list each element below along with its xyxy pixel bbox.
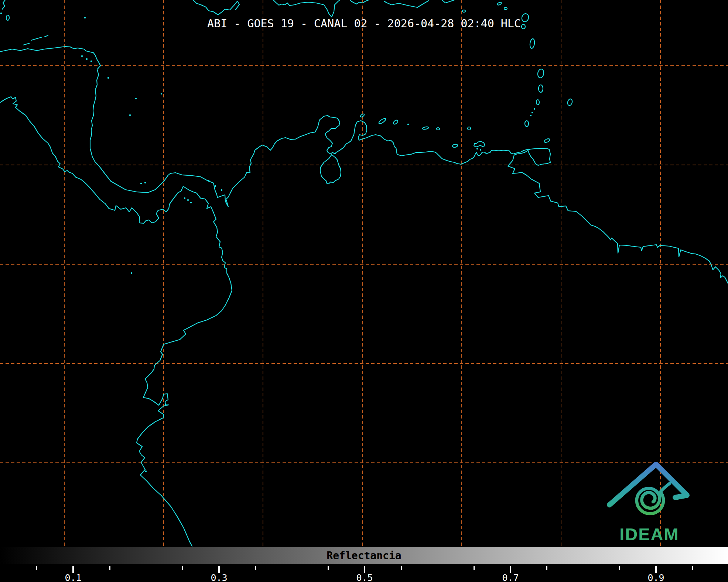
islet-dot	[187, 199, 189, 201]
island-outline	[360, 113, 365, 118]
ideam-logo-mountain-icon	[609, 464, 687, 505]
island-outline	[378, 117, 387, 124]
ideam-logo-text: IDEAM	[619, 524, 679, 544]
island-outline	[525, 121, 529, 127]
islet-dot	[221, 189, 222, 191]
islet-dot	[107, 77, 109, 79]
colorbar-tick-label: 0.9	[647, 572, 664, 582]
ideam-logo-hurricane-spiral-icon	[637, 483, 670, 514]
islet-dot	[144, 182, 146, 183]
island-outline	[468, 127, 471, 130]
coastline-layer	[0, 0, 728, 546]
colorbar-minor-tick	[328, 566, 329, 570]
islet-dot	[161, 93, 162, 94]
graticule-layer	[0, 0, 728, 547]
colorbar-minor-tick	[474, 566, 475, 570]
islet-dot	[208, 180, 209, 182]
coastline-jamaica-south-coast	[193, 0, 239, 15]
colorbar-tick-label: 0.7	[502, 572, 519, 582]
coastline-lake-maracaibo	[320, 155, 341, 184]
island-outline	[544, 138, 550, 143]
islet-dot	[476, 148, 478, 149]
islet-dot	[184, 197, 185, 199]
island-outline	[423, 127, 429, 130]
map-canvas: IDEAM	[0, 0, 728, 547]
coastline-top-edge-fragment	[442, 0, 454, 3]
ideam-logo: IDEAM	[609, 464, 687, 544]
islet-dot	[86, 58, 88, 60]
islet-dot	[407, 124, 409, 125]
islet-dot	[215, 185, 216, 187]
satellite-map-svg: IDEAM	[0, 0, 728, 547]
island-outline	[393, 119, 399, 125]
coastline-puerto-rico-south-fragment	[384, 1, 428, 7]
islet-dot	[145, 471, 147, 472]
islet-dot	[532, 112, 533, 113]
colorbar-minor-tick	[109, 566, 110, 570]
island-outline	[539, 85, 543, 92]
colorbar-label: Reflectancia	[0, 550, 728, 562]
islet-dot	[81, 55, 83, 57]
islet-dot	[530, 115, 532, 116]
colorbar-tick-label: 0.3	[211, 572, 227, 582]
island-outline	[497, 2, 502, 6]
island-outline	[437, 128, 440, 130]
island-outline	[529, 38, 535, 48]
coastline-isla-margarita	[474, 141, 485, 147]
island-outline	[462, 10, 465, 12]
island-outline	[537, 69, 544, 78]
island-outline	[536, 100, 539, 105]
islet-dot	[90, 61, 92, 62]
colorbar-minor-tick	[692, 566, 693, 570]
image-title: ABI - GOES 19 - CANAL 02 - 2026-04-28 02…	[0, 17, 728, 30]
islet-dot	[135, 98, 137, 99]
island-outline	[452, 144, 458, 148]
colorbar-minor-tick	[36, 566, 37, 570]
colorbar-minor-tick	[182, 566, 183, 570]
coastline-trinidad	[528, 148, 550, 165]
coastline-pacific-coast-fonseca-to-ecuador	[0, 97, 232, 546]
colorbar-minor-tick	[619, 566, 620, 570]
island-outline	[504, 7, 507, 10]
islet-dot	[534, 108, 535, 110]
coastline-caribbean-mainland-honduras-to-guyana	[0, 47, 728, 283]
colorbar-tick-label: 0.5	[356, 572, 373, 582]
coastline-hispaniola-east-fragment	[350, 0, 369, 4]
islet-dot	[0, 13, 2, 14]
coastline-bay-island-3	[44, 35, 48, 37]
colorbar-minor-tick	[401, 566, 402, 570]
islet-dot	[140, 183, 142, 184]
coastline-belize-fragment	[2, 0, 5, 9]
coastline-bay-island-2	[31, 37, 41, 40]
colorbar-minor-tick	[255, 566, 256, 570]
islet-dot	[190, 202, 192, 203]
islet-dot	[131, 272, 132, 274]
coastline-hispaniola-south-coast	[273, 0, 340, 17]
islet-dot	[480, 149, 481, 151]
coastline-bay-island-1	[23, 43, 30, 45]
islet-dot	[129, 114, 131, 116]
island-outline	[567, 99, 573, 106]
satellite-image-viewport: IDEAM ABI - GOES 19 - CANAL 02 - 2026-04…	[0, 0, 728, 582]
colorbar-gradient-band: Reflectancia	[0, 547, 728, 566]
colorbar-minor-tick	[546, 566, 547, 570]
colorbar-tick-label: 0.1	[65, 572, 81, 582]
